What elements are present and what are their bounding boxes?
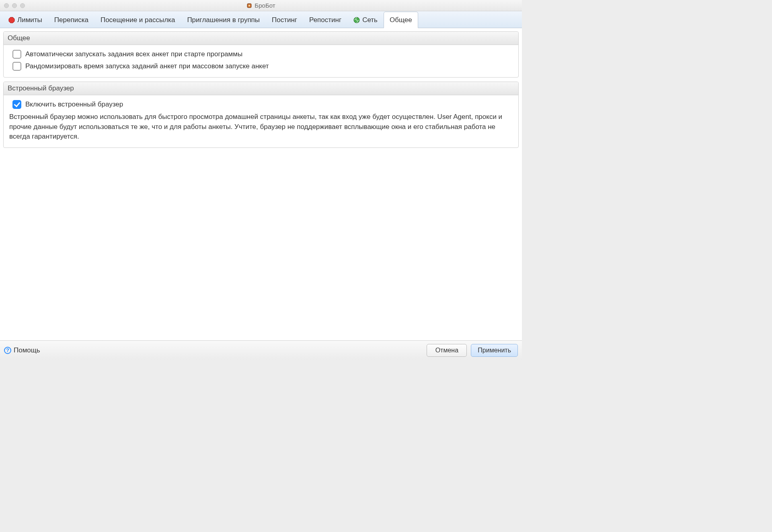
- option-randomize[interactable]: Рандомизировать время запуска заданий ан…: [8, 60, 513, 72]
- svg-marker-2: [9, 17, 14, 23]
- tab-label: Общее: [390, 16, 412, 24]
- zoom-window-button[interactable]: [20, 3, 25, 8]
- checkbox-randomize[interactable]: [12, 62, 21, 71]
- checkbox-enable-browser[interactable]: [12, 100, 21, 109]
- panel-browser-title: Встроенный браузер: [4, 82, 518, 95]
- help-link[interactable]: ? Помощь: [4, 346, 40, 354]
- tab-chat[interactable]: Переписка: [48, 12, 94, 28]
- help-label: Помощь: [14, 346, 40, 354]
- tab-bar: Лимиты Переписка Посещение и рассылка Пр…: [0, 11, 522, 28]
- tab-reposting[interactable]: Репостинг: [303, 12, 347, 28]
- tab-label: Постинг: [272, 16, 297, 24]
- stop-icon: [8, 17, 15, 23]
- option-enable-browser[interactable]: Включить встроенный браузер: [8, 98, 513, 110]
- minimize-window-button[interactable]: [12, 3, 17, 8]
- svg-rect-1: [248, 5, 250, 6]
- tab-label: Приглашения в группы: [187, 16, 260, 24]
- tab-general[interactable]: Общее: [384, 12, 418, 28]
- cancel-button-label: Отмена: [435, 347, 458, 354]
- tab-label: Посещение и рассылка: [101, 16, 175, 24]
- globe-icon: [353, 17, 360, 23]
- svg-rect-0: [247, 4, 251, 8]
- checkbox-autostart[interactable]: [12, 50, 21, 59]
- option-randomize-label: Рандомизировать время запуска заданий ан…: [25, 62, 269, 70]
- option-autostart-label: Автоматически запускать задания всех анк…: [25, 50, 242, 58]
- tab-posting[interactable]: Постинг: [266, 12, 303, 28]
- tab-network[interactable]: Сеть: [347, 12, 384, 28]
- tab-visits[interactable]: Посещение и рассылка: [94, 12, 181, 28]
- tab-label: Переписка: [54, 16, 88, 24]
- cancel-button[interactable]: Отмена: [427, 344, 467, 357]
- tab-invites[interactable]: Приглашения в группы: [181, 12, 266, 28]
- app-icon: [246, 3, 252, 8]
- window-titlebar: БроБот: [0, 0, 522, 11]
- apply-button[interactable]: Применить: [471, 344, 518, 357]
- tab-label: Лимиты: [17, 16, 42, 24]
- option-enable-browser-label: Включить встроенный браузер: [25, 100, 123, 108]
- panel-general: Общее Автоматически запускать задания вс…: [3, 31, 519, 78]
- window-title: БроБот: [255, 2, 275, 9]
- content-area: Общее Автоматически запускать задания вс…: [0, 28, 522, 340]
- tab-limits[interactable]: Лимиты: [2, 12, 48, 28]
- tab-label: Сеть: [362, 16, 378, 24]
- panel-browser: Встроенный браузер Включить встроенный б…: [3, 82, 519, 148]
- help-icon: ?: [4, 347, 11, 354]
- browser-description: Встроенный браузер можно использовать дл…: [8, 110, 513, 143]
- apply-button-label: Применить: [478, 347, 511, 354]
- option-autostart[interactable]: Автоматически запускать задания всех анк…: [8, 48, 513, 60]
- footer-bar: ? Помощь Отмена Применить: [0, 340, 522, 360]
- panel-general-title: Общее: [4, 32, 518, 45]
- window-controls: [0, 3, 25, 8]
- close-window-button[interactable]: [4, 3, 9, 8]
- tab-label: Репостинг: [309, 16, 341, 24]
